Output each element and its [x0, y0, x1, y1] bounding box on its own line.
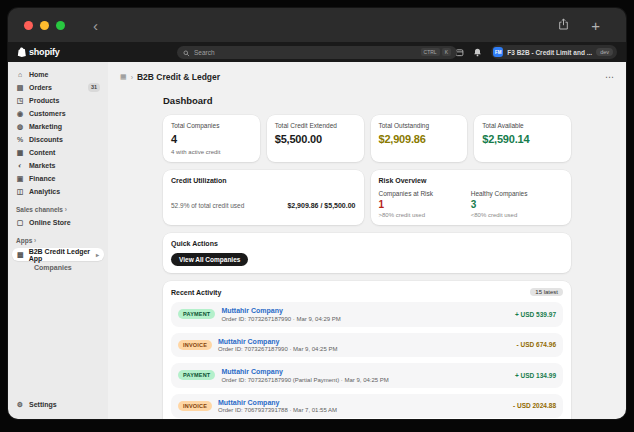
stat-title: Total Companies	[171, 122, 252, 129]
orders-count-badge: 31	[88, 83, 100, 92]
sidebar-item-finance[interactable]: ▣Finance	[8, 172, 108, 185]
sidebar-item-discounts[interactable]: %Discounts	[8, 133, 108, 146]
home-icon: ⌂	[16, 71, 24, 78]
sidebar-item-label: Orders	[29, 84, 52, 91]
stat-card-total-companies: Total Companies 4 4 with active credit	[163, 115, 260, 162]
page-breadcrumb-title: B2B Credit & Ledger	[137, 72, 220, 82]
share-icon[interactable]	[558, 16, 569, 34]
recent-activity-card: Recent Activity 15 latest PAYMENT Muttah…	[163, 281, 571, 419]
markets-icon: ◐	[16, 162, 24, 169]
activity-amount: - USD 2024.88	[513, 402, 556, 409]
shopify-logo[interactable]: shopify	[17, 43, 60, 61]
macos-titlebar: ‹ +	[8, 8, 626, 42]
analytics-icon: ◫	[16, 188, 24, 195]
sidebar-item-label: Online Store	[29, 219, 71, 226]
risk-col-healthy: Healthy Companies 3 <80% credit used	[471, 190, 563, 218]
risk-caption: <80% credit used	[471, 212, 563, 218]
section-apps[interactable]: Apps ›	[8, 229, 108, 247]
sidebar-item-analytics[interactable]: ◫Analytics	[8, 185, 108, 198]
close-window-button[interactable]	[24, 21, 33, 30]
invoice-badge: INVOICE	[178, 340, 212, 350]
sidebar-item-customers[interactable]: ◉Customers	[8, 107, 108, 120]
ctrl-key: CTRL	[421, 48, 440, 57]
stat-title: Total Available	[482, 122, 563, 129]
view-all-companies-button[interactable]: View All Companies	[171, 253, 248, 266]
stat-card-available: Total Available $2,590.14	[474, 115, 571, 162]
risk-col-at-risk: Companies at Risk 1 >80% credit used	[379, 190, 471, 218]
sidebar-item-label: Analytics	[29, 188, 60, 195]
company-link[interactable]: Muttahir Company	[221, 368, 388, 375]
sidebar-item-label: Markets	[29, 162, 55, 169]
gear-icon: ⚙	[16, 401, 24, 408]
quick-actions-card: Quick Actions View All Companies	[163, 233, 571, 273]
section-sales-channels[interactable]: Sales channels ›	[8, 198, 108, 216]
stat-card-outstanding: Total Outstanding $2,909.86	[371, 115, 468, 162]
customers-icon: ◉	[16, 110, 24, 117]
sidebar-item-label: Home	[29, 71, 48, 78]
sidebar-item-home[interactable]: ⌂Home	[8, 68, 108, 81]
sidebar-item-label: Products	[29, 97, 59, 104]
sidebar-item-b2b-app[interactable]: ▩ B2B Credit Ledger App ▸	[12, 248, 104, 261]
app-window: ‹ + shopify Search CTRL K	[8, 8, 626, 419]
stat-title: Total Outstanding	[379, 122, 460, 129]
finance-icon: ▣	[16, 175, 24, 182]
back-chevron-icon[interactable]: ‹	[93, 18, 98, 33]
sidebar-item-companies[interactable]: Companies	[8, 261, 108, 274]
card-title: Risk Overview	[379, 177, 564, 184]
activity-detail: Order ID: 7073267187990 · Mar 9, 04:25 P…	[218, 346, 337, 352]
activity-row[interactable]: INVOICE Muttahir Company Order ID: 70732…	[171, 333, 563, 358]
activity-row[interactable]: PAYMENT Muttahir Company Order ID: 70732…	[171, 363, 563, 388]
activity-count-badge: 15 latest	[530, 288, 563, 296]
chevron-right-icon: ›	[65, 206, 67, 213]
sidebar-item-label: Settings	[29, 401, 57, 408]
company-link[interactable]: Muttahir Company	[221, 307, 340, 314]
caret-right-icon: ▸	[96, 251, 99, 258]
sidebar-item-label: Marketing	[29, 123, 62, 130]
maximize-window-button[interactable]	[56, 21, 65, 30]
chevron-right-icon: ›	[34, 237, 36, 244]
company-link[interactable]: Muttahir Company	[218, 399, 337, 406]
overflow-menu-icon[interactable]: ⋯	[605, 73, 614, 82]
stat-subtext: 4 with active credit	[171, 149, 252, 155]
payment-badge: PAYMENT	[178, 370, 215, 380]
activity-amount: + USD 539.97	[515, 311, 556, 318]
stat-value: $5,500.00	[275, 133, 356, 145]
activity-row[interactable]: INVOICE Muttahir Company Order ID: 70679…	[171, 394, 563, 419]
minimize-window-button[interactable]	[40, 21, 49, 30]
sidebar-item-label: Finance	[29, 175, 55, 182]
risk-label: Healthy Companies	[471, 190, 563, 197]
sidebar-item-products[interactable]: ◳Products	[8, 94, 108, 107]
sidebar-nav: ⌂Home ▤Orders31 ◳Products ◉Customers ◍Ma…	[8, 62, 108, 419]
chevron-right-icon: ›	[131, 74, 133, 81]
risk-caption: >80% credit used	[379, 212, 471, 218]
shopify-bag-icon	[17, 43, 26, 61]
risk-label: Companies at Risk	[379, 190, 471, 197]
sidebar-item-orders[interactable]: ▤Orders31	[8, 81, 108, 94]
discounts-icon: %	[16, 136, 24, 143]
content-icon: ▦	[16, 149, 24, 156]
sidebar-item-label: B2B Credit Ledger App	[29, 248, 91, 262]
sidebar-item-markets[interactable]: ◐Markets	[8, 159, 108, 172]
sidebar-item-content[interactable]: ▦Content	[8, 146, 108, 159]
sidebar-item-settings[interactable]: ⚙Settings	[8, 398, 108, 411]
sidebar-item-label: Customers	[29, 110, 66, 117]
search-placeholder: Search	[194, 49, 215, 56]
search-input[interactable]: Search CTRL K	[177, 46, 457, 59]
stat-value: $2,590.14	[482, 133, 563, 145]
store-switcher[interactable]: FM F3 B2B - Credit Limit and ... dev	[491, 45, 617, 59]
activity-row[interactable]: PAYMENT Muttahir Company Order ID: 70732…	[171, 302, 563, 327]
invoice-badge: INVOICE	[178, 401, 212, 411]
bell-icon[interactable]	[473, 43, 482, 61]
risk-value: 3	[471, 199, 563, 210]
k-key: K	[442, 48, 451, 57]
sidebar-item-online-store[interactable]: ▢Online Store	[8, 216, 108, 229]
company-link[interactable]: Muttahir Company	[218, 338, 337, 345]
activity-amount: - USD 674.96	[517, 341, 556, 348]
new-tab-icon[interactable]: +	[591, 18, 600, 33]
sidebar-item-marketing[interactable]: ◍Marketing	[8, 120, 108, 133]
section-label: Sales channels	[16, 206, 63, 213]
utilization-ratio-text: $2,909.86 / $5,500.00	[287, 202, 355, 209]
main-content: ▦ › B2B Credit & Ledger ⋯ Dashboard Tota…	[108, 62, 626, 419]
marketing-icon: ◍	[16, 123, 24, 130]
sidebar-item-label: Discounts	[29, 136, 63, 143]
